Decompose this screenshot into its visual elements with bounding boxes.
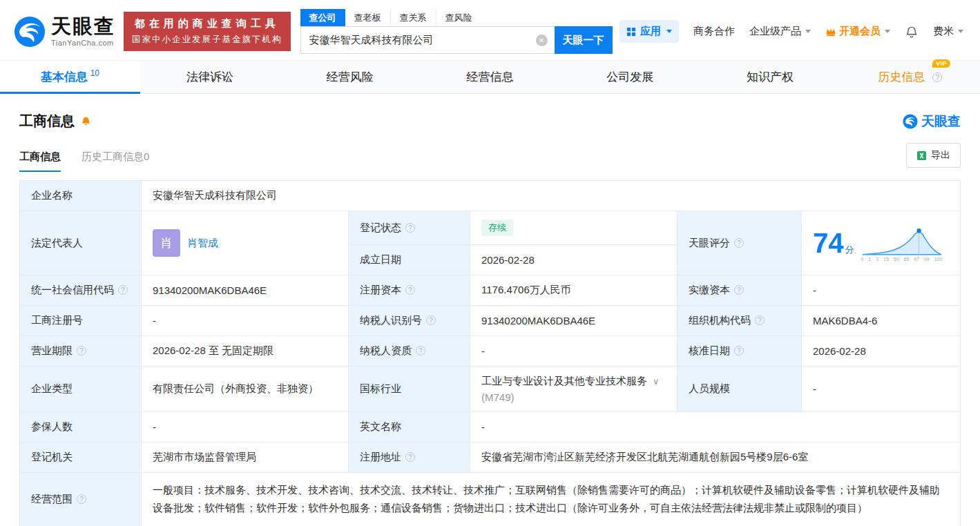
- help-icon[interactable]: ?: [755, 315, 765, 325]
- company-name-value: 安徽华智天成科技有限公司: [142, 181, 961, 211]
- table-row: 法定代表人 肖 肖智成 登记状态? 存续 天眼评分? 74 分: [20, 211, 961, 245]
- username: 费米: [933, 25, 954, 38]
- promo-line1: 都在用的商业查询工具: [132, 17, 282, 30]
- tab-legal-litigation[interactable]: 法律诉讼: [140, 61, 280, 93]
- apps-grid-icon: [626, 27, 636, 37]
- help-icon[interactable]: ?: [734, 285, 744, 295]
- section-title: 工商信息: [19, 112, 75, 130]
- approval-date-label: 核准日期?: [678, 336, 802, 367]
- tab-history-info[interactable]: 历史信息 ? VIP: [840, 61, 980, 93]
- help-icon[interactable]: ?: [416, 346, 425, 355]
- taxpayer-id-value: 91340200MAK6DBA46E: [470, 306, 678, 336]
- english-name-value: -: [470, 412, 961, 442]
- table-row: 企业名称 安徽华智天成科技有限公司: [20, 181, 961, 211]
- nav-cooperation[interactable]: 商务合作: [693, 25, 735, 38]
- help-icon[interactable]: ?: [932, 72, 942, 82]
- help-icon[interactable]: ?: [734, 346, 744, 355]
- help-icon[interactable]: ?: [405, 452, 415, 462]
- crown-icon: [825, 27, 836, 37]
- insured-count-value: -: [142, 412, 349, 442]
- table-row: 经营范围? 一般项目：技术服务、技术开发、技术咨询、技术交流、技术转让、技术推广…: [20, 473, 961, 526]
- search-button[interactable]: 天眼一下: [555, 26, 613, 54]
- subscribe-bell-icon[interactable]: [80, 115, 92, 127]
- reg-status-cell: 存续: [470, 211, 678, 245]
- help-icon[interactable]: ?: [405, 223, 415, 233]
- tab-company-development-label: 公司发展: [606, 69, 653, 85]
- industry-code: (M749): [481, 391, 666, 403]
- paid-capital-value: -: [802, 275, 961, 306]
- nav-enterprise[interactable]: 企业级产品: [749, 25, 811, 38]
- avatar[interactable]: 肖: [153, 229, 180, 257]
- export-button[interactable]: 导出: [906, 143, 961, 168]
- subtab-row: 工商信息 历史工商信息0 导出: [0, 130, 980, 172]
- org-code-value: MAK6DBA4-6: [802, 306, 961, 336]
- approval-date-value: 2026-02-28: [802, 336, 961, 367]
- tab-history-info-label: 历史信息: [878, 69, 925, 85]
- clear-icon[interactable]: ✕: [536, 35, 548, 46]
- subtab-history-business-info[interactable]: 历史工商信息0: [81, 150, 149, 172]
- insured-count-label: 参保人数: [20, 412, 142, 442]
- nav-user-menu[interactable]: 费米: [933, 25, 963, 38]
- establish-date-label: 成立日期: [349, 245, 470, 275]
- tianyancha-logo-icon: [14, 16, 46, 48]
- help-icon[interactable]: ?: [118, 285, 128, 295]
- apps-label: 应用: [640, 25, 661, 38]
- tab-operation-risk[interactable]: 经营风险: [280, 61, 420, 93]
- company-detail-tabs: 基本信息 10 法律诉讼 经营风险 经营信息 公司发展 知识产权 历史信息 ? …: [0, 60, 980, 94]
- chevron-down-icon: [805, 30, 811, 33]
- section-header: 工商信息 天眼查: [0, 94, 980, 130]
- registry-label: 登记机关: [20, 442, 142, 473]
- help-icon[interactable]: ?: [77, 346, 86, 355]
- help-icon[interactable]: ?: [405, 285, 415, 295]
- business-info-table: 企业名称 安徽华智天成科技有限公司 法定代表人 肖 肖智成 登记状态? 存续 天…: [19, 180, 961, 526]
- help-icon[interactable]: ?: [77, 494, 86, 504]
- search-tab-relation[interactable]: 查关系: [391, 9, 436, 26]
- chevron-down-icon[interactable]: ∨: [653, 376, 660, 387]
- cooperation-label: 商务合作: [693, 25, 735, 38]
- credit-code-value: 91340200MAK6DBA46E: [142, 275, 349, 306]
- tab-company-development[interactable]: 公司发展: [560, 61, 700, 93]
- tianyancha-logo[interactable]: 天眼查 TianYanCha.com: [14, 16, 115, 48]
- reg-number-value: -: [142, 306, 349, 336]
- brand-watermark: 天眼查: [903, 113, 961, 130]
- top-header: 天眼查 TianYanCha.com 都在用的商业查询工具 国家中小企业发展子基…: [0, 0, 980, 60]
- notification-bell-icon[interactable]: [905, 25, 919, 39]
- legal-rep-label: 法定代表人: [20, 211, 142, 275]
- taxpayer-quality-value: -: [470, 336, 678, 367]
- legal-rep-link[interactable]: 肖智成: [187, 237, 218, 250]
- paid-capital-label: 实缴资本?: [678, 275, 802, 306]
- tab-basic-info[interactable]: 基本信息 10: [0, 61, 140, 93]
- help-icon[interactable]: ?: [426, 315, 436, 325]
- search-input[interactable]: [308, 34, 536, 47]
- reg-status-label: 登记状态?: [349, 211, 470, 245]
- promo-banner: 都在用的商业查询工具 国家中小企业发展子基金旗下机构: [124, 12, 291, 51]
- vip-badge: VIP: [932, 59, 950, 68]
- staff-size-value: -: [802, 367, 961, 412]
- address-label: 注册地址?: [349, 442, 470, 473]
- nav-vip-upgrade[interactable]: 开通会员: [825, 25, 890, 38]
- help-icon[interactable]: ?: [734, 238, 744, 248]
- search-tab-company[interactable]: 查公司: [300, 9, 345, 26]
- tab-operation-info[interactable]: 经营信息: [420, 61, 560, 93]
- promo-line2: 国家中小企业发展子基金旗下机构: [132, 34, 282, 46]
- score-label: 天眼评分?: [678, 211, 802, 275]
- tab-intellectual-property-label: 知识产权: [747, 69, 794, 85]
- search-tab-boss[interactable]: 查老板: [345, 9, 391, 26]
- table-row: 统一社会信用代码? 91340200MAK6DBA46E 注册资本? 1176.…: [20, 275, 961, 306]
- tab-legal-litigation-label: 法律诉讼: [186, 69, 233, 85]
- search-input-wrap: ✕: [300, 26, 555, 54]
- subtab-business-info[interactable]: 工商信息: [19, 150, 61, 172]
- establish-date-value: 2026-02-28: [470, 245, 678, 275]
- score-value: 74: [813, 229, 844, 257]
- table-row: 参保人数 - 英文名称 -: [20, 412, 961, 442]
- tab-operation-info-label: 经营信息: [467, 69, 514, 85]
- brand-text: 天眼查: [921, 113, 961, 130]
- tab-basic-info-count: 10: [90, 68, 99, 78]
- apps-button[interactable]: 应用: [619, 20, 679, 43]
- search-tab-risk[interactable]: 查风险: [436, 9, 481, 26]
- table-row: 营业期限? 2026-02-28 至 无固定期限 纳税人资质? - 核准日期? …: [20, 336, 961, 367]
- tab-intellectual-property[interactable]: 知识产权: [700, 61, 840, 93]
- score-axis-labels: 0131550859799100: [861, 257, 943, 262]
- english-name-label: 英文名称: [349, 412, 470, 442]
- search-tabs: 查公司 查老板 查关系 查风险: [300, 9, 613, 26]
